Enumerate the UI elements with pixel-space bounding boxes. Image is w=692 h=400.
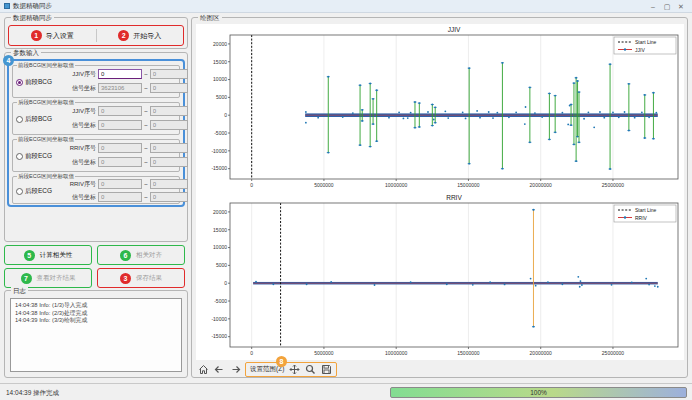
svg-text:10000: 10000 [213, 76, 227, 82]
jjiv-index-to-input[interactable] [150, 106, 188, 116]
progress-bar: 100% [390, 387, 687, 398]
tilde: ~ [144, 181, 148, 188]
minimize-button[interactable]: – [646, 1, 660, 12]
signal-coord-to-input[interactable] [150, 83, 188, 93]
log-entry: 14:04:39 Info: (3/3)绘制完成 [15, 317, 177, 325]
section-title: 前段BCG区间坐标取值 [17, 62, 75, 68]
rriv-index-to-input[interactable] [150, 179, 188, 189]
app-icon [4, 3, 10, 9]
field-label: 信号坐标 [66, 158, 96, 167]
jjiv-index-from-input[interactable] [98, 106, 142, 116]
signal-coord-to-input[interactable] [150, 157, 188, 167]
svg-text:5000000: 5000000 [314, 350, 334, 356]
radio-front-ecg[interactable]: 前段ECG [16, 152, 52, 161]
start-import-button[interactable]: 2 开始导入 [97, 26, 184, 45]
tilde: ~ [144, 159, 148, 166]
import-settings-button[interactable]: 1 导入设置 [9, 26, 96, 45]
log-group-title: 日志 [11, 287, 28, 294]
svg-text:Start Line: Start Line [635, 39, 657, 45]
svg-text:25000000: 25000000 [602, 350, 624, 356]
svg-text:25000000: 25000000 [602, 182, 624, 188]
badge-7: 7 [21, 273, 32, 284]
rriv-chart[interactable]: 0500000010000000150000002000000025000000… [196, 192, 684, 360]
section-title: 前段ECG区间坐标取值 [17, 136, 75, 142]
tilde: ~ [144, 194, 148, 201]
plot-toolbar: 8 设置范围(Z) [197, 361, 337, 378]
rriv-index-from-input[interactable] [98, 143, 142, 153]
svg-text:5000: 5000 [216, 262, 227, 268]
status-bar: 14:04:39 操作完成 100% [0, 383, 692, 400]
rriv-index-to-input[interactable] [150, 143, 188, 153]
start-import-label: 开始导入 [133, 31, 161, 41]
correlation-align-button[interactable]: 6 相关对齐 [97, 245, 185, 265]
signal-coord-from-input[interactable] [98, 120, 142, 130]
svg-text:20000000: 20000000 [530, 350, 552, 356]
view-align-result-button[interactable]: 7 查看对齐结果 [4, 268, 92, 288]
jjiv-chart[interactable]: 0500000010000000150000002000000025000000… [196, 24, 684, 192]
home-icon[interactable] [197, 364, 209, 376]
svg-text:20000000: 20000000 [530, 182, 552, 188]
pan-icon[interactable] [288, 364, 300, 376]
svg-text:JJIV: JJIV [448, 26, 461, 33]
signal-coord-to-input[interactable] [150, 192, 188, 202]
field-label: 信号坐标 [66, 193, 96, 202]
field-label: 信号坐标 [66, 84, 96, 93]
badge-3: 3 [120, 273, 131, 284]
back-arrow-icon[interactable] [213, 364, 225, 376]
signal-coord-from-input[interactable] [98, 157, 142, 167]
log-entry: 14:04:38 Info: (2/3)处理完成 [15, 310, 177, 318]
svg-text:10000000: 10000000 [385, 182, 407, 188]
radio-label: 后段ECG [25, 187, 52, 196]
param-section-front-ecg: 前段ECG区间坐标取值 前段ECG RRIV序号 ~ 信号坐标 ~ [12, 139, 180, 172]
badge-8: 8 [276, 356, 287, 367]
svg-text:-5000: -5000 [214, 130, 227, 136]
radio-rear-ecg[interactable]: 后段ECG [16, 187, 52, 196]
rriv-index-from-input[interactable] [98, 179, 142, 189]
radio-label: 后段BCG [25, 115, 52, 124]
signal-coord-to-input[interactable] [150, 120, 188, 130]
badge-4: 4 [3, 55, 14, 66]
svg-text:RRIV: RRIV [635, 215, 648, 221]
zoom-icon[interactable] [304, 364, 316, 376]
maximize-button[interactable]: ▢ [660, 1, 674, 12]
svg-text:0: 0 [224, 112, 227, 118]
close-button[interactable]: ✕ [674, 1, 688, 12]
svg-text:-10000: -10000 [211, 148, 227, 154]
badge-6: 6 [120, 250, 131, 261]
svg-text:RRIV: RRIV [446, 194, 462, 201]
forward-arrow-icon[interactable] [229, 364, 241, 376]
radio-front-bcg[interactable]: 前段BCG [16, 78, 52, 87]
svg-text:10000000: 10000000 [385, 350, 407, 356]
signal-coord-from-input[interactable] [98, 192, 142, 202]
save-result-button[interactable]: 3 保存结果 [97, 268, 185, 288]
svg-text:0: 0 [250, 350, 253, 356]
radio-rear-bcg[interactable]: 后段BCG [16, 115, 52, 124]
radio-icon [16, 79, 23, 86]
svg-text:-5000: -5000 [214, 298, 227, 304]
window-title: 数据精确同步 [13, 2, 646, 11]
correlation-align-label: 相关对齐 [136, 251, 162, 260]
sync-group-title: 数据精确同步 [11, 14, 54, 21]
calc-correlation-button[interactable]: 5 计算相关性 [4, 245, 92, 265]
log-entry: 14:04:38 Info: (1/3)导入完成 [15, 302, 177, 310]
jjiv-index-to-input[interactable] [150, 69, 188, 79]
title-bar: 数据精确同步 – ▢ ✕ [0, 0, 692, 13]
tilde: ~ [144, 85, 148, 92]
badge-1: 1 [31, 30, 42, 41]
field-label: JJIV序号 [66, 70, 96, 79]
svg-text:10000: 10000 [213, 244, 227, 250]
badge-2: 2 [118, 30, 129, 41]
svg-text:Start Line: Start Line [635, 207, 657, 213]
save-result-label: 保存结果 [136, 274, 162, 283]
save-icon[interactable] [320, 364, 332, 376]
jjiv-index-from-input[interactable] [98, 69, 142, 79]
svg-text:-15000: -15000 [211, 333, 227, 339]
section-title: 后段BCG区间坐标取值 [17, 99, 75, 105]
log-output[interactable]: 14:04:38 Info: (1/3)导入完成 14:04:38 Info: … [10, 298, 182, 372]
svg-text:5000: 5000 [216, 94, 227, 100]
svg-text:5000000: 5000000 [314, 182, 334, 188]
tilde: ~ [144, 122, 148, 129]
signal-coord-from-input[interactable] [98, 83, 142, 93]
params-group-title: 参数输入 [11, 49, 41, 56]
svg-text:0: 0 [224, 280, 227, 286]
